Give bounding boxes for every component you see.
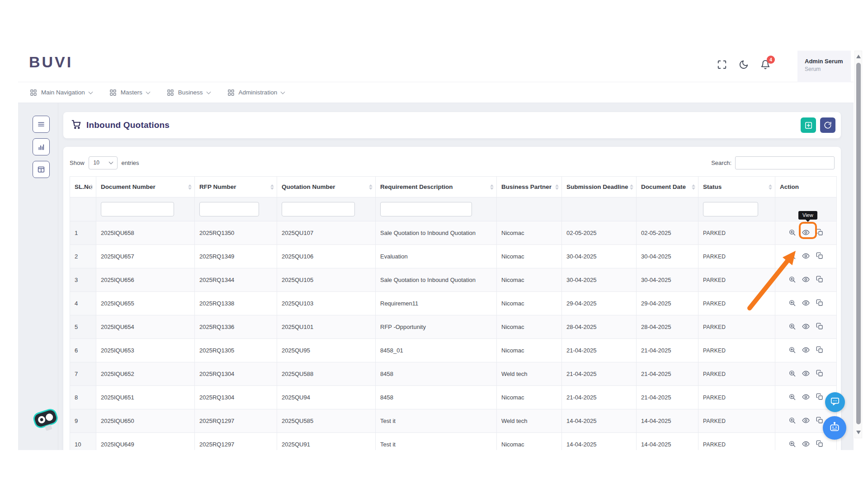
- bar-chart-icon: [37, 143, 45, 151]
- view-action-icon[interactable]: [802, 229, 810, 236]
- chevron-down-icon: [146, 89, 150, 94]
- column-header-submission-deadline[interactable]: Submission Deadline: [562, 177, 637, 197]
- view-action-icon[interactable]: [802, 299, 810, 307]
- bot-fab-button[interactable]: [823, 416, 846, 440]
- scrollbar-thumb[interactable]: [856, 63, 861, 424]
- cell-requirement-description: Test it: [376, 433, 497, 450]
- copy-action-icon[interactable]: [816, 229, 823, 236]
- zoom-in-action-icon[interactable]: [788, 370, 796, 377]
- copy-action-icon[interactable]: [816, 323, 823, 330]
- notifications-icon[interactable]: 4: [760, 60, 770, 70]
- scroll-up-arrow[interactable]: [856, 55, 861, 58]
- column-header-rfp-number[interactable]: RFP Number: [195, 177, 277, 197]
- filter-requirement-description-input[interactable]: [380, 202, 472, 216]
- cell-submission-deadline: 02-05-2025: [562, 221, 637, 245]
- cell-requirement-description: 8458: [376, 362, 497, 386]
- vertical-scrollbar[interactable]: [854, 51, 862, 438]
- filter-quotation-number-input[interactable]: [282, 202, 355, 216]
- filter-document-number-input[interactable]: [101, 202, 174, 216]
- view-action-icon[interactable]: [802, 323, 810, 330]
- sidebar-button-bar-chart[interactable]: [33, 138, 50, 155]
- nav-item-label: Administration: [239, 89, 278, 96]
- sidebar-divider: [58, 103, 58, 450]
- page-size-select[interactable]: 10: [89, 156, 118, 169]
- zoom-in-action-icon[interactable]: [788, 299, 796, 307]
- cell-requirement-description: Sale Quotation to Inbound Quotation: [376, 221, 497, 245]
- cell-business-partner: Nicomac: [497, 221, 562, 245]
- zoom-in-action-icon[interactable]: [788, 323, 796, 330]
- column-header-sl-no[interactable]: SL.No: [70, 177, 96, 197]
- view-action-icon[interactable]: [802, 346, 810, 354]
- column-header-quotation-number[interactable]: Quotation Number: [277, 177, 376, 197]
- cell-business-partner: Nicomac: [497, 386, 562, 409]
- cell-business-partner: Nicomac: [497, 268, 562, 292]
- add-button[interactable]: [801, 117, 816, 133]
- copy-action-icon[interactable]: [816, 276, 823, 283]
- cell-submission-deadline: 14-04-2025: [562, 433, 637, 450]
- copy-action-icon[interactable]: [816, 393, 823, 401]
- nav-item-main-navigation[interactable]: Main Navigation: [30, 89, 92, 96]
- chat-bubble-icon: [830, 396, 840, 408]
- column-header-status[interactable]: Status: [698, 177, 775, 197]
- nav-item-label: Main Navigation: [41, 89, 85, 96]
- cell-submission-deadline: 30-04-2025: [562, 268, 637, 292]
- zoom-in-action-icon[interactable]: [788, 440, 796, 448]
- refresh-button[interactable]: [820, 117, 835, 133]
- column-header-requirement-description[interactable]: Requirement Description: [376, 177, 497, 197]
- dark-mode-icon[interactable]: [739, 60, 749, 70]
- cell-sl-no: 7: [70, 362, 96, 386]
- cell-submission-deadline: 30-04-2025: [562, 245, 637, 268]
- zoom-in-action-icon[interactable]: [788, 252, 796, 260]
- zoom-in-action-icon[interactable]: [788, 393, 796, 401]
- copy-action-icon[interactable]: [816, 346, 823, 354]
- cell-status: PARKED: [698, 315, 775, 339]
- view-action-icon[interactable]: [802, 440, 810, 448]
- copy-action-icon[interactable]: [816, 370, 823, 377]
- view-action-icon[interactable]: [802, 276, 810, 283]
- cell-requirement-description: Evaluation: [376, 245, 497, 268]
- column-header-document-number[interactable]: Document Number: [96, 177, 195, 197]
- copy-action-icon[interactable]: [816, 299, 823, 307]
- column-label: Requirement Description: [380, 183, 453, 190]
- zoom-in-action-icon[interactable]: [788, 276, 796, 283]
- copy-action-icon[interactable]: [816, 417, 823, 424]
- user-menu[interactable]: Admin Serum Serum: [797, 51, 851, 82]
- filter-rfp-number-input[interactable]: [199, 202, 259, 216]
- fullscreen-icon[interactable]: [717, 60, 727, 70]
- cell-status: PARKED: [698, 386, 775, 409]
- nav-item-masters[interactable]: Masters: [109, 89, 150, 96]
- copy-action-icon[interactable]: [816, 440, 823, 448]
- cell-business-partner: Weld tech: [497, 409, 562, 433]
- notification-badge: 4: [767, 56, 775, 64]
- cell-document-date: 21-04-2025: [637, 339, 698, 362]
- table-row: 62025IQU6532025RQ13052025QU958458_01Nico…: [70, 339, 837, 362]
- view-action-icon[interactable]: [802, 417, 810, 424]
- chat-fab-button[interactable]: [825, 392, 845, 412]
- column-header-business-partner[interactable]: Business Partner: [497, 177, 562, 197]
- scroll-down-arrow[interactable]: [856, 431, 861, 434]
- zoom-in-action-icon[interactable]: [788, 417, 796, 424]
- chevron-down-icon: [88, 89, 93, 94]
- cell-status: PARKED: [698, 221, 775, 245]
- sidebar-button-menu[interactable]: [33, 116, 50, 133]
- search-input[interactable]: [735, 156, 835, 169]
- filter-status-input[interactable]: [703, 202, 758, 216]
- cell-quotation-number: 2025QU588: [277, 362, 376, 386]
- cell-submission-deadline: 21-04-2025: [562, 386, 637, 409]
- zoom-in-action-icon[interactable]: [788, 229, 796, 236]
- cell-business-partner: Nicomac: [497, 433, 562, 450]
- nav-item-administration[interactable]: Administration: [227, 89, 285, 96]
- copy-action-icon[interactable]: [816, 252, 823, 260]
- view-action-icon[interactable]: [802, 252, 810, 260]
- sidebar-button-table-view[interactable]: [33, 161, 50, 178]
- nav-item-business[interactable]: Business: [167, 89, 210, 96]
- column-header-document-date[interactable]: Document Date: [637, 177, 698, 197]
- view-action-icon[interactable]: [802, 370, 810, 377]
- grid-icon: [227, 89, 235, 96]
- view-action-icon[interactable]: [802, 393, 810, 401]
- table-row: 72025IQU6522025RQ13042025QU5888458Weld t…: [70, 362, 837, 386]
- sort-icon: [490, 184, 494, 190]
- column-label: Document Number: [101, 183, 156, 190]
- zoom-in-action-icon[interactable]: [788, 346, 796, 354]
- cart-icon: [71, 120, 81, 131]
